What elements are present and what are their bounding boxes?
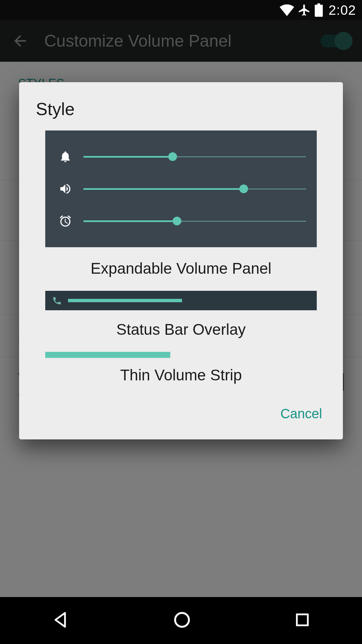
- slider: [83, 185, 306, 193]
- option-label: Status Bar Overlay: [19, 318, 343, 352]
- style-option-expandable[interactable]: Expandable Volume Panel: [19, 130, 343, 291]
- alarm-clock-icon: [56, 214, 75, 228]
- option-label: Thin Volume Strip: [19, 364, 343, 397]
- slider-row-ring: [56, 141, 306, 173]
- dialog-title: Style: [19, 82, 343, 130]
- svg-point-0: [175, 613, 189, 627]
- nav-recents-button[interactable]: [293, 610, 312, 631]
- nav-home-button[interactable]: [172, 609, 192, 632]
- statusbar-overlay-preview: [45, 291, 317, 310]
- slider-row-media: [56, 173, 306, 205]
- battery-icon: [314, 3, 323, 17]
- app-content: Customize Volume Panel STYLES Select a t…: [0, 20, 362, 597]
- android-nav-bar: [0, 597, 362, 644]
- wifi-icon: [280, 4, 294, 16]
- slider: [83, 217, 306, 225]
- expandable-panel-preview: [45, 130, 317, 247]
- slider: [83, 153, 306, 161]
- phone-icon: [51, 295, 63, 306]
- nav-back-button[interactable]: [50, 609, 71, 632]
- android-status-bar: 2:02: [0, 0, 362, 20]
- style-dialog: Style: [19, 82, 343, 439]
- thin-strip-preview: [45, 352, 317, 358]
- airplane-mode-icon: [298, 3, 311, 17]
- speaker-icon: [56, 182, 75, 196]
- style-option-thin[interactable]: Thin Volume Strip: [19, 352, 343, 397]
- cancel-button[interactable]: Cancel: [272, 401, 330, 427]
- status-bar-clock: 2:02: [328, 3, 356, 18]
- svg-rect-1: [297, 614, 308, 626]
- style-option-statusbar[interactable]: Status Bar Overlay: [19, 291, 343, 352]
- bell-icon: [56, 150, 75, 163]
- option-label: Expandable Volume Panel: [19, 257, 343, 291]
- statusbar-fill: [68, 299, 311, 302]
- dialog-actions: Cancel: [19, 397, 343, 439]
- slider-row-alarm: [56, 205, 306, 237]
